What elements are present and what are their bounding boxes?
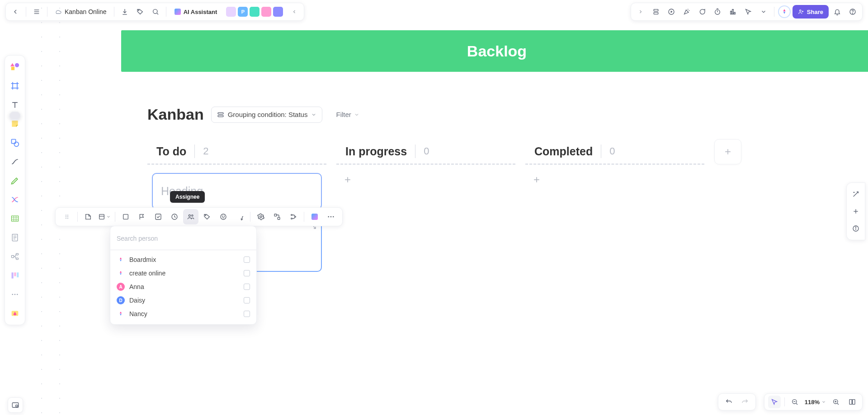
templates-tool[interactable] xyxy=(7,59,23,75)
add-column-button[interactable] xyxy=(714,139,741,164)
connector-tool[interactable] xyxy=(7,192,23,207)
assignee-avatar xyxy=(117,269,125,277)
assignee-checkbox[interactable] xyxy=(244,297,250,303)
dependency-icon xyxy=(274,213,281,220)
assignee-checkbox[interactable] xyxy=(244,256,250,263)
zoom-in-button[interactable] xyxy=(830,396,842,408)
svg-point-49 xyxy=(12,294,13,295)
svg-point-75 xyxy=(66,218,66,219)
layout-button[interactable] xyxy=(97,209,112,224)
document-tool[interactable] xyxy=(7,230,23,245)
svg-point-91 xyxy=(291,214,292,216)
minimap-button[interactable] xyxy=(8,397,23,413)
smile-plus-icon xyxy=(220,213,227,220)
hamburger-icon xyxy=(33,8,40,15)
backlog-banner[interactable]: Backlog xyxy=(121,30,868,72)
table-tool[interactable] xyxy=(7,211,23,226)
dot-guide xyxy=(41,0,42,415)
grouping-chip[interactable]: Grouping condition: Status xyxy=(211,107,323,123)
svg-rect-23 xyxy=(11,67,14,70)
zoom-out-icon xyxy=(791,398,798,406)
svg-point-95 xyxy=(330,216,332,218)
assignee-option[interactable]: DDaisy xyxy=(110,294,256,307)
shape-icon xyxy=(10,138,19,147)
card-comment-button[interactable] xyxy=(232,209,247,224)
chevron-down-icon xyxy=(821,400,826,404)
pointer-mode-button[interactable] xyxy=(768,396,781,408)
chevron-down-icon xyxy=(106,214,111,219)
branch-button[interactable] xyxy=(286,209,301,224)
assignee-button[interactable] xyxy=(183,209,198,224)
svg-rect-44 xyxy=(16,253,19,255)
redo-button[interactable] xyxy=(738,395,752,409)
priority-button[interactable] xyxy=(134,209,150,224)
svg-point-94 xyxy=(328,216,329,218)
layout-icon xyxy=(98,213,105,220)
shape-tool[interactable] xyxy=(7,135,23,150)
svg-rect-45 xyxy=(16,258,19,259)
assignee-avatar xyxy=(117,310,125,318)
assignee-option[interactable]: Nancy xyxy=(110,307,256,321)
assignee-option[interactable]: create online xyxy=(110,266,256,280)
zoom-out-button[interactable] xyxy=(788,396,801,408)
curve-icon xyxy=(10,157,19,166)
mindmap-tool[interactable] xyxy=(7,249,23,264)
square-icon xyxy=(122,213,129,220)
assignee-checkbox[interactable] xyxy=(244,284,250,290)
recent-tool[interactable] xyxy=(7,306,23,321)
date-button[interactable] xyxy=(167,209,182,224)
doc-icon xyxy=(10,233,19,242)
filter-button[interactable]: Filter xyxy=(336,111,359,118)
svg-point-71 xyxy=(66,215,66,216)
card-ai-button[interactable] xyxy=(307,209,322,224)
card-more-button[interactable] xyxy=(323,209,339,224)
pen-icon xyxy=(10,176,19,185)
svg-rect-89 xyxy=(274,214,277,216)
tags-icon xyxy=(203,213,211,220)
assignee-option[interactable]: AAnna xyxy=(110,280,256,294)
add-card-button[interactable] xyxy=(339,171,356,188)
svg-rect-46 xyxy=(12,272,14,278)
add-card-button[interactable] xyxy=(528,171,545,188)
drag-handle[interactable] xyxy=(59,209,75,224)
minimap-icon xyxy=(11,401,19,409)
link-button[interactable] xyxy=(269,209,285,224)
zoom-level[interactable]: 118% xyxy=(805,399,826,406)
sticky-icon xyxy=(10,119,19,128)
fit-view-button[interactable] xyxy=(846,396,859,408)
checklist-icon xyxy=(155,213,162,220)
card-icon xyxy=(85,213,92,220)
assignee-name: Anna xyxy=(129,283,144,290)
kanban-tool[interactable] xyxy=(7,268,23,283)
kanban-column-inprogress[interactable]: In progress0 xyxy=(336,139,515,322)
tags-button[interactable] xyxy=(199,209,215,224)
card-type-button[interactable] xyxy=(80,209,96,224)
settings-button[interactable] xyxy=(253,209,269,224)
line-tool[interactable] xyxy=(7,154,23,169)
kanban-column-completed[interactable]: Completed0 xyxy=(525,139,704,322)
assignee-option[interactable]: Boardmix xyxy=(110,253,256,266)
assignee-search-input[interactable] xyxy=(116,232,251,245)
undo-button[interactable] xyxy=(722,395,736,409)
tooltip: Assignee xyxy=(170,191,205,203)
reaction-button[interactable] xyxy=(216,209,231,224)
svg-point-72 xyxy=(67,215,68,216)
assignee-avatar: D xyxy=(117,296,125,304)
kanban-icon xyxy=(10,271,19,280)
tool-rail xyxy=(5,55,25,325)
assignee-name: create online xyxy=(129,270,165,277)
frame-tool[interactable] xyxy=(7,78,23,93)
status-button[interactable] xyxy=(118,209,133,224)
more-tool[interactable] xyxy=(7,287,23,302)
card-toolbar xyxy=(55,207,343,226)
assignee-name: Boardmix xyxy=(129,256,156,263)
text-tool[interactable] xyxy=(7,97,23,112)
checklist-button[interactable] xyxy=(151,209,166,224)
back-button[interactable] xyxy=(9,5,22,19)
assignee-checkbox[interactable] xyxy=(244,311,250,317)
svg-point-83 xyxy=(192,215,193,216)
pen-tool[interactable] xyxy=(7,173,23,188)
svg-line-99 xyxy=(796,403,797,405)
svg-point-33 xyxy=(14,142,19,146)
assignee-checkbox[interactable] xyxy=(244,270,250,276)
